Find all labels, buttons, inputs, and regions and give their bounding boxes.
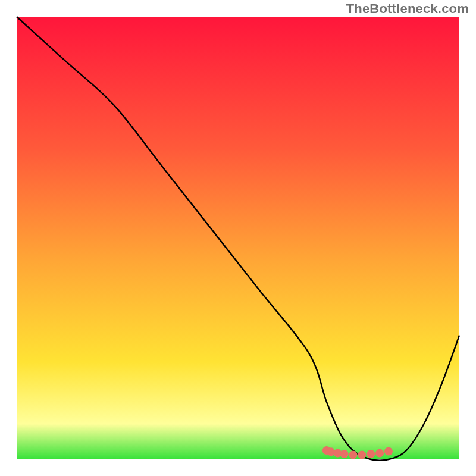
marker-dot: [358, 451, 366, 459]
bottleneck-chart: [0, 0, 476, 476]
marker-dot: [367, 450, 375, 458]
marker-dot: [340, 450, 349, 458]
plot-gradient-bg: [17, 17, 459, 459]
watermark-text: TheBottleneck.com: [346, 1, 469, 17]
marker-dot: [349, 451, 357, 459]
chart-container: TheBottleneck.com: [0, 0, 476, 476]
marker-dot: [384, 447, 393, 456]
marker-dot: [375, 449, 384, 458]
